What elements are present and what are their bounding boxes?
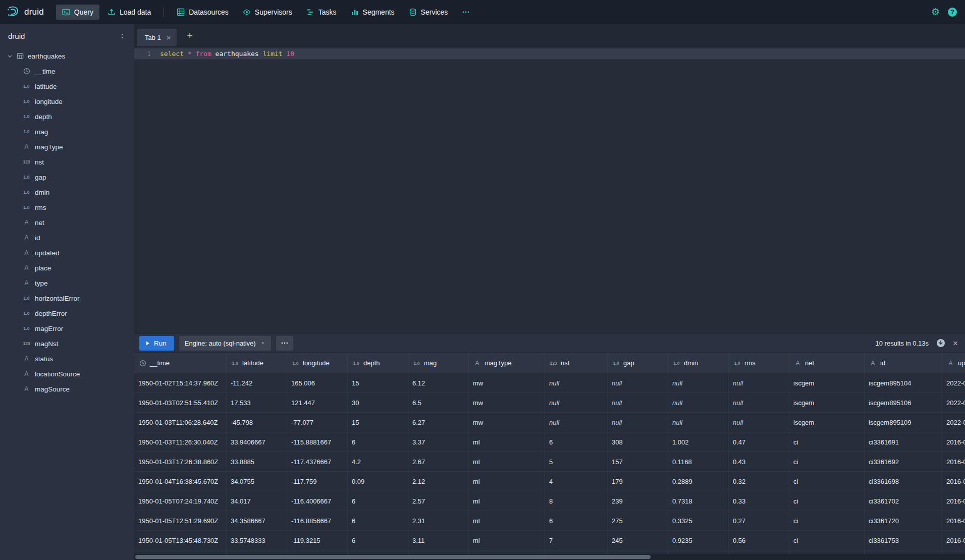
cell[interactable]: 2.67 [408,452,469,471]
settings-gear-icon[interactable]: ⚙ [931,7,940,17]
cell[interactable]: 165.006 [287,373,348,393]
cell[interactable]: mw [469,373,545,393]
cell[interactable]: iscgem [789,373,865,393]
sidebar-column-status[interactable]: Astatus [0,351,134,366]
nav-query[interactable]: Query [56,5,99,20]
cell[interactable]: 1950-01-03T02:51:55.410Z [134,393,227,412]
cell[interactable]: null [729,373,789,393]
sidebar-column-magNst[interactable]: 123magNst [0,336,134,351]
cell[interactable]: ci [789,432,865,452]
cell[interactable]: ci3361692 [865,452,942,471]
cell[interactable]: null [668,373,729,393]
cell[interactable]: null [668,393,729,412]
cell[interactable]: 1.002 [668,432,729,452]
cell[interactable]: 6 [348,531,408,550]
sidebar-column-magType[interactable]: AmagType [0,139,134,154]
brand[interactable]: druid [6,5,44,19]
cell[interactable]: null [545,373,608,393]
column-header-__time[interactable]: __time [134,353,227,373]
sidebar-column-horizontalError[interactable]: 1.0horizontalError [0,291,134,306]
cell[interactable]: 2.31 [408,511,469,530]
cell[interactable]: 1950-01-02T15:14:37.960Z [134,373,227,393]
cell[interactable]: 2.12 [408,472,469,491]
sidebar-column-updated[interactable]: Aupdated [0,245,134,260]
cell[interactable]: 1950-01-05T12:51:29.690Z [134,511,227,530]
sidebar-column-dmin[interactable]: 1.0dmin [0,185,134,200]
column-header-updated[interactable]: Aupdated [942,353,965,373]
run-button[interactable]: Run [139,336,174,351]
cell[interactable]: 6.27 [408,413,469,432]
cell[interactable]: 6 [545,432,608,452]
sidebar-column-nst[interactable]: 123nst [0,154,134,170]
cell[interactable]: 33.5748333 [227,531,287,550]
cell[interactable]: ci [789,511,865,530]
cell[interactable]: null [668,413,729,432]
nav-services[interactable]: Services [403,5,454,20]
cell[interactable]: 30 [348,393,408,412]
cell[interactable]: 5 [545,452,608,471]
cell[interactable]: -116.4006667 [287,491,348,511]
tab-close-icon[interactable]: × [167,34,171,41]
cell[interactable]: null [608,373,668,393]
column-header-latitude[interactable]: 1.0latitude [227,353,287,373]
cell[interactable]: 179 [608,472,668,491]
cell[interactable]: 0.32 [729,472,789,491]
column-header-nst[interactable]: 123nst [545,353,608,373]
cell[interactable]: ci3361691 [865,432,942,452]
cell[interactable]: 34.0755 [227,472,287,491]
nav-tasks[interactable]: Tasks [300,5,343,20]
nav-supervisors[interactable]: Supervisors [237,5,298,20]
cell[interactable]: ci [789,452,865,471]
cell[interactable]: ml [469,491,545,511]
cell[interactable]: mw [469,413,545,432]
cell[interactable]: ml [469,511,545,530]
cell[interactable]: null [729,393,789,412]
cell[interactable]: 2016-0 [942,432,965,452]
cell[interactable]: 1950-01-03T17:26:38.860Z [134,452,227,471]
cell[interactable]: ci [789,472,865,491]
cell[interactable]: 2016-0 [942,472,965,491]
cell[interactable]: 121.447 [287,393,348,412]
cell[interactable]: ml [469,452,545,471]
cell[interactable]: 3.11 [408,531,469,550]
cell[interactable]: 0.09 [348,472,408,491]
chevron-down-icon[interactable] [7,53,13,59]
cell[interactable]: 0.43 [729,452,789,471]
cell[interactable]: 34.017 [227,491,287,511]
cell[interactable]: 2.57 [408,491,469,511]
cell[interactable]: 1950-01-03T11:26:30.040Z [134,432,227,452]
cell[interactable]: 6 [348,432,408,452]
cell[interactable]: 15 [348,373,408,393]
cell[interactable]: iscgem895109 [865,413,942,432]
cell[interactable]: 239 [608,491,668,511]
nav-more[interactable] [456,5,476,20]
cell[interactable]: 4 [545,472,608,491]
cell[interactable]: ci3361698 [865,472,942,491]
sidebar-column-__time[interactable]: __time [0,64,134,79]
cell[interactable]: 34.3586667 [227,511,287,530]
cell[interactable]: iscgem895106 [865,393,942,412]
cell[interactable]: 17.533 [227,393,287,412]
cell[interactable]: 33.8885 [227,452,287,471]
cell[interactable]: iscgem [789,413,865,432]
cell[interactable]: iscgem895104 [865,373,942,393]
cell[interactable]: 0.3325 [668,511,729,530]
cell[interactable]: null [545,413,608,432]
cell[interactable]: -117.759 [287,472,348,491]
horizontal-scrollbar[interactable] [135,555,651,559]
sidebar-column-mag[interactable]: 1.0mag [0,124,134,139]
cell[interactable]: 0.56 [729,531,789,550]
sidebar-column-place[interactable]: Aplace [0,260,134,275]
cell[interactable]: 0.47 [729,432,789,452]
cell[interactable]: 2016-0 [942,491,965,511]
cell[interactable]: 0.2889 [668,472,729,491]
nav-datasources[interactable]: Datasources [171,5,235,20]
cell[interactable]: 2016-0 [942,531,965,550]
cell[interactable]: 1950-01-05T07:24:19.740Z [134,491,227,511]
cell[interactable]: 0.1168 [668,452,729,471]
cell[interactable]: 0.9235 [668,531,729,550]
cell[interactable]: iscgem [789,393,865,412]
cell[interactable]: 275 [608,511,668,530]
cell[interactable]: 15 [348,413,408,432]
cell[interactable]: -117.4376667 [287,452,348,471]
